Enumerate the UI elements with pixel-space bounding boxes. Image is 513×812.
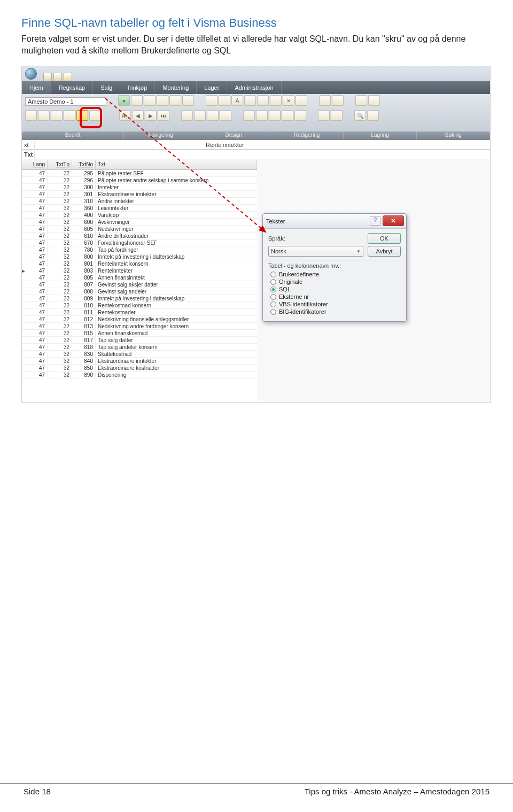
toolbar-icon[interactable]	[220, 110, 231, 121]
nav-next-icon[interactable]: ▶	[145, 110, 157, 121]
radio-option[interactable]: Eksterne nr	[270, 293, 401, 300]
table-row[interactable]: 4732807Gevinst salg aksjer datter	[22, 281, 257, 288]
toolbar-icon[interactable]	[269, 110, 281, 121]
table-row[interactable]: 4732890Disponering	[22, 372, 257, 378]
nav-icon[interactable]: ●	[118, 95, 130, 106]
ribbon-tab[interactable]: Lager	[197, 81, 227, 94]
table-row[interactable]: 4732850Ekstraordinære kostnader	[22, 365, 257, 372]
app-orb-button[interactable]	[22, 66, 40, 81]
table-row[interactable]: 4732600Avskrivninger	[22, 219, 257, 226]
nav-icon[interactable]	[131, 95, 143, 106]
radio-option[interactable]: VBS-identifikatorer	[270, 301, 401, 307]
radio-option[interactable]: Originale	[270, 279, 401, 285]
toolbar-icon[interactable]	[367, 110, 379, 121]
table-row[interactable]: ▶4732803Renteinntekter	[22, 267, 257, 274]
dialog-help-button[interactable]: ?	[370, 216, 380, 226]
nav-icon[interactable]	[182, 95, 194, 106]
ribbon-tab[interactable]: Salg	[93, 81, 120, 94]
radio-option[interactable]: BIG-identifikatorer	[270, 308, 401, 315]
table-row[interactable]: 4732400Varekjøp	[22, 212, 257, 219]
table-row[interactable]: 4732801Renteinntekt konsern	[22, 260, 257, 267]
grid-column-header[interactable]: TxtTp	[48, 160, 72, 169]
toolbar-icon[interactable]	[282, 110, 293, 121]
dialog-close-button[interactable]: ✕	[383, 215, 404, 226]
grid-column-header[interactable]: TxtNo	[72, 160, 96, 169]
design-icon[interactable]	[244, 95, 256, 106]
qat-icon[interactable]	[43, 73, 52, 81]
qat-icon[interactable]	[64, 73, 72, 81]
radio-option[interactable]: SQL	[270, 286, 401, 292]
toolbar-icon[interactable]	[256, 110, 268, 121]
table-row[interactable]: 4732830Skattekostnad	[22, 351, 257, 358]
edit-icon[interactable]	[319, 95, 331, 106]
qat-icon[interactable]	[53, 73, 62, 81]
radio-option[interactable]: Brukerdefinerte	[270, 271, 401, 277]
nav-prev-icon[interactable]: ◀	[132, 110, 144, 121]
table-row[interactable]: 4732360Leieinntekter	[22, 205, 257, 212]
cancel-button[interactable]: Avbryt	[368, 246, 401, 257]
ribbon-tab[interactable]: Hjem	[22, 81, 51, 94]
table-row[interactable]: 4732815Annen finanskostnad	[22, 330, 257, 337]
toolbar-icon[interactable]	[89, 110, 101, 121]
table-row[interactable]: 4732818Tap salg andeler konsern	[22, 344, 257, 351]
nav-icon[interactable]	[157, 95, 168, 106]
toolbar-icon[interactable]	[194, 110, 206, 121]
toolbar-icon[interactable]	[38, 110, 50, 121]
table-row[interactable]: 4732811Rentekostnader	[22, 309, 257, 316]
table-row[interactable]: 4732610Andre driftskostnader	[22, 233, 257, 239]
table-row[interactable]: 4732805Annen finansinntekt	[22, 274, 257, 281]
design-icon[interactable]	[206, 95, 217, 106]
toolbar-icon[interactable]	[51, 110, 63, 121]
design-icon[interactable]	[296, 95, 307, 106]
table-row[interactable]: 4732800Inntekt på investering i datterse…	[22, 253, 257, 260]
data-grid[interactable]: LangTxtTpTxtNoTxt 4732295Påløpte renter …	[22, 160, 257, 402]
table-row[interactable]: 4732301Ekstraordinære inntekter	[22, 191, 257, 198]
company-selector[interactable]: Amesto Demo - 1	[25, 97, 106, 106]
design-icon[interactable]: ✕	[283, 95, 294, 106]
nav-icon[interactable]	[144, 95, 156, 106]
ribbon-tab[interactable]: Regnskap	[51, 81, 94, 94]
table-row[interactable]: 4732817Tap salg datter	[22, 337, 257, 344]
table-row[interactable]: 4732296Påløpte renter andre selskap i sa…	[22, 177, 257, 184]
design-icon[interactable]	[219, 95, 230, 106]
ribbon-tab[interactable]: Administrasjon	[227, 81, 281, 94]
design-icon[interactable]	[270, 95, 282, 106]
toolbar-icon[interactable]	[25, 110, 37, 121]
table-row[interactable]: 4732605Nedskrivninger	[22, 226, 257, 233]
toolbar-icon[interactable]	[207, 110, 219, 121]
ok-button[interactable]: OK	[368, 233, 401, 244]
table-row[interactable]: 4732295Påløpte renter SEF	[22, 170, 257, 177]
toolbar-icon[interactable]	[181, 110, 193, 121]
nav-icon[interactable]	[169, 95, 181, 106]
language-dropdown[interactable]: Norsk ▼	[268, 246, 363, 257]
design-icon[interactable]: A	[231, 95, 243, 106]
toolbar-icon[interactable]	[243, 110, 255, 121]
grid-column-header[interactable]: Lang	[22, 160, 48, 169]
table-row[interactable]: 4732813Nedskrivning andre fordringer kon…	[22, 323, 257, 330]
design-icon[interactable]	[257, 95, 269, 106]
table-row[interactable]: 4732809Inntekt på investering i datterse…	[22, 295, 257, 302]
toolbar-icon[interactable]	[294, 110, 306, 121]
ribbon-tab[interactable]: Montering	[155, 81, 197, 94]
toolbar-icon[interactable]	[64, 110, 75, 121]
table-row[interactable]: 4732300Inntekter	[22, 184, 257, 191]
search-icon[interactable]: 🔍	[354, 110, 366, 121]
ribbon-tab[interactable]: Innkjøp	[120, 81, 155, 94]
toolbar-icon[interactable]	[318, 110, 330, 121]
table-row[interactable]: 4732310Andre inntekter	[22, 198, 257, 205]
table-row[interactable]: 4732670Forvaltningshonorar SEF	[22, 239, 257, 246]
toolbar-icon[interactable]	[331, 110, 343, 121]
nav-first-icon[interactable]: ⏮	[119, 110, 131, 121]
save-icon[interactable]	[368, 95, 380, 106]
texts-button-icon[interactable]	[76, 110, 88, 121]
save-icon[interactable]	[355, 95, 367, 106]
table-row[interactable]: 4732840Ekstraordinære inntekter	[22, 358, 257, 365]
table-row[interactable]: 4732812Nedskrivning finansielle anleggsm…	[22, 316, 257, 323]
table-row[interactable]: 4732780Tap på fordringer	[22, 246, 257, 253]
grid-cell: 780	[72, 246, 96, 253]
table-row[interactable]: 4732810Rentekostnad konsern	[22, 302, 257, 309]
nav-last-icon[interactable]: ⏭	[158, 110, 169, 121]
grid-column-header[interactable]: Txt	[96, 160, 257, 169]
edit-icon[interactable]	[332, 95, 344, 106]
table-row[interactable]: 4732808Gevinst salg andeler	[22, 288, 257, 295]
